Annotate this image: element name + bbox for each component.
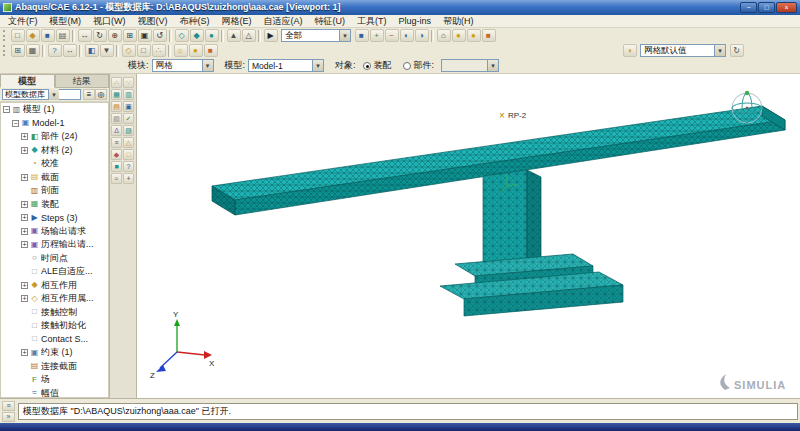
new-database-icon[interactable]: □ <box>11 29 25 42</box>
tree-source-combo[interactable]: 模型数据库 ▾ <box>2 89 81 100</box>
tree-expander-icon[interactable]: − <box>12 120 19 127</box>
mesh-part-icon[interactable]: ▦ <box>111 89 122 100</box>
chevron-down-icon[interactable]: ▾ <box>714 45 725 56</box>
menu-item[interactable]: 工具(T) <box>351 15 393 28</box>
texture-cube-icon[interactable]: ■ <box>204 44 218 57</box>
color-code-combo[interactable]: 网格默认值 ▾ <box>640 44 726 57</box>
tree-expander-icon[interactable]: + <box>21 214 28 221</box>
tree-expander-icon[interactable]: + <box>21 241 28 248</box>
menu-item[interactable]: Plug-ins <box>393 15 438 28</box>
associate-mesh-icon[interactable]: ≡ <box>111 137 122 148</box>
tree-item[interactable]: + ◆ 材料 (2) <box>1 144 108 158</box>
chevron-down-icon[interactable]: ▾ <box>48 89 59 100</box>
tools-icon[interactable]: + <box>123 173 134 184</box>
tree-item[interactable]: ○ 时间点 <box>1 252 108 266</box>
tree-item[interactable]: □ 接触控制 <box>1 306 108 320</box>
object-assembly-radio[interactable] <box>363 62 371 70</box>
tree-item[interactable]: − ▥ 模型 (1) <box>1 103 108 117</box>
tree-expander-icon[interactable]: + <box>21 228 28 235</box>
tree-item[interactable]: + ▣ 历程输出请... <box>1 238 108 252</box>
verify-mesh-icon[interactable]: ✓ <box>123 113 134 124</box>
select-cursor-icon[interactable]: ▶ <box>264 29 278 42</box>
dg-remove-icon[interactable]: − <box>385 29 399 42</box>
display-group-manager-icon[interactable]: ◧ <box>85 44 99 57</box>
model-combo[interactable]: Model-1 ▾ <box>248 59 324 72</box>
wireframe-render-icon[interactable]: ◇ <box>175 29 189 42</box>
dg-either-icon[interactable]: ◑ <box>415 29 429 42</box>
object-part-label[interactable]: 部件: <box>414 59 435 72</box>
perspective-off-icon[interactable]: △ <box>242 29 256 42</box>
bridge-footing-mesh[interactable] <box>440 254 623 316</box>
chevron-down-icon[interactable]: ▾ <box>339 30 350 41</box>
menu-item[interactable]: 视图(V) <box>132 15 174 28</box>
tab-results[interactable]: 结果 <box>55 74 110 88</box>
menu-item[interactable]: 视口(W) <box>87 15 132 28</box>
tree-item[interactable]: ▥ 剖面 <box>1 184 108 198</box>
render-sphere-icon[interactable]: ● <box>452 29 466 42</box>
tree-item[interactable]: + ▤ 截面 <box>1 171 108 185</box>
tree-item[interactable]: F 场 <box>1 373 108 387</box>
tree-item[interactable]: □ Contact S... <box>1 333 108 347</box>
menu-item[interactable]: 帮助(H) <box>437 15 480 28</box>
tree-expander-icon[interactable]: + <box>21 133 28 140</box>
menu-item[interactable]: 网格(E) <box>216 15 258 28</box>
tree-expander-icon[interactable]: + <box>21 147 28 154</box>
tile-viewports-icon[interactable]: ▦ <box>26 44 40 57</box>
color-code-icon[interactable]: ◑ <box>623 44 637 57</box>
pan-view-icon[interactable]: ↔ <box>78 29 92 42</box>
bottom-up-mesh-icon[interactable]: ▨ <box>123 125 134 136</box>
tree-expander-icon[interactable]: + <box>21 295 28 302</box>
menu-item[interactable]: 布种(S) <box>174 15 216 28</box>
tree-item[interactable]: + ◧ 部件 (24) <box>1 130 108 144</box>
material-sphere-icon[interactable]: ● <box>189 44 203 57</box>
selection-options-icon[interactable]: ▼ <box>100 44 114 57</box>
menu-item[interactable]: 文件(F) <box>2 15 44 28</box>
tree-expander-icon[interactable]: + <box>21 201 28 208</box>
chevron-down-icon[interactable]: ▾ <box>312 60 323 71</box>
tree-expander-icon[interactable]: + <box>21 174 28 181</box>
menu-item[interactable]: 自适应(A) <box>258 15 309 28</box>
delete-mesh-icon[interactable]: ▧ <box>111 113 122 124</box>
print-icon[interactable]: ▤ <box>56 29 70 42</box>
fit-view-icon[interactable]: ▣ <box>138 29 152 42</box>
query-mesh-icon[interactable]: ? <box>123 161 134 172</box>
message-tab-icon[interactable]: ≡ <box>2 401 15 411</box>
dg-intersect-icon[interactable]: ◐ <box>400 29 414 42</box>
element-type-icon[interactable]: ▣ <box>123 101 134 112</box>
dg-add-icon[interactable]: + <box>370 29 384 42</box>
tree-expander-icon[interactable]: + <box>21 282 28 289</box>
module-combo[interactable]: 网格 ▾ <box>152 59 214 72</box>
seed-edges-icon[interactable]: ∵ <box>123 77 134 88</box>
partition-cell-icon[interactable]: ◆ <box>111 149 122 160</box>
close-button[interactable]: × <box>776 2 797 13</box>
rotate-view-icon[interactable]: ↻ <box>93 29 107 42</box>
minimize-button[interactable]: − <box>740 2 757 13</box>
tree-item[interactable]: + ▣ 约束 (1) <box>1 346 108 360</box>
object-part-radio[interactable] <box>403 62 411 70</box>
menu-item[interactable]: 特征(U) <box>309 15 352 28</box>
render-sphere2-icon[interactable]: ● <box>467 29 481 42</box>
viewport-canvas[interactable]: × RP-2 Y <box>137 74 800 398</box>
viewport[interactable]: × RP-2 Y <box>137 74 800 398</box>
display-group-combo[interactable]: 全部 ▾ <box>281 29 351 42</box>
mesh-controls-icon[interactable]: ▤ <box>111 101 122 112</box>
seed-part-icon[interactable]: ∴ <box>111 77 122 88</box>
edit-mesh-icon[interactable]: Δ <box>111 125 122 136</box>
tree-expander-icon[interactable]: − <box>3 106 10 113</box>
tree-item[interactable]: + ▣ 场输出请求 <box>1 225 108 239</box>
color-code-refresh-icon[interactable]: ↻ <box>730 44 744 57</box>
object-assembly-label[interactable]: 装配 <box>374 59 392 72</box>
perspective-on-icon[interactable]: ▲ <box>227 29 241 42</box>
chevron-down-icon[interactable]: ▾ <box>202 60 213 71</box>
tree-options-icon[interactable]: ≡ <box>83 89 95 100</box>
maximize-button[interactable]: □ <box>758 2 775 13</box>
datum-display-icon[interactable]: ◇ <box>122 44 136 57</box>
tree-item[interactable]: + ▶ Steps (3) <box>1 211 108 225</box>
dg-replace-icon[interactable]: ■ <box>355 29 369 42</box>
tree-item[interactable]: □ 接触初始化 <box>1 319 108 333</box>
light-options-icon[interactable]: ☼ <box>174 44 188 57</box>
tree-item[interactable]: □ ALE自适应... <box>1 265 108 279</box>
virtual-topology-icon[interactable]: △ <box>123 137 134 148</box>
create-mesh-part-icon[interactable]: ■ <box>111 161 122 172</box>
tree-expander-icon[interactable]: + <box>21 349 28 356</box>
